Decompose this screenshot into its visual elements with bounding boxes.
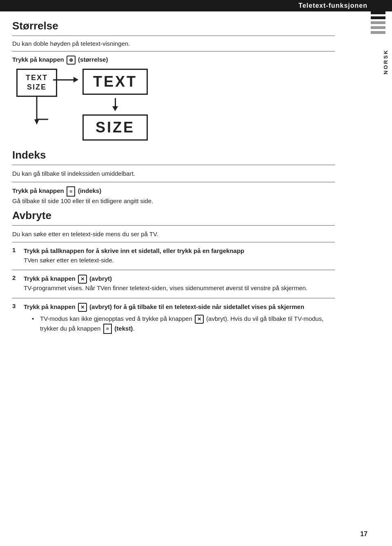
- divider-4: [12, 182, 335, 182]
- item-1-bold: Trykk på tallknappen for å skrive inn et…: [24, 247, 244, 254]
- main-content: Størrelse Du kan doble høyden på teletex…: [0, 11, 359, 355]
- indeks-instruction: Trykk på knappen ≡ (indeks) Gå tilbake t…: [12, 186, 335, 206]
- avbryte-item-3: 3 Trykk på knappen ✕ (avbryt) for å gå t…: [12, 302, 335, 334]
- size-button-icon: ⊕: [67, 56, 76, 65]
- nav-bars: [371, 11, 385, 34]
- storrelse-heading: Størrelse: [12, 20, 335, 32]
- side-label: NORSK: [383, 49, 389, 74]
- divider-7: [12, 270, 335, 270]
- small-box-size: SIZE: [23, 83, 50, 92]
- bullet-content: TV-modus kan ikke gjenopptas ved å trykk…: [40, 314, 335, 334]
- tekst-label: (tekst): [114, 324, 133, 331]
- bullet-item-1: • TV-modus kan ikke gjenopptas ved å try…: [32, 314, 335, 334]
- divider-1: [12, 36, 335, 36]
- item-2-num: 2: [12, 274, 20, 293]
- avbryte-intro: Du kan søke etter en teletext-side mens …: [12, 230, 335, 239]
- storrelse-subheading: Trykk på knappen ⊕ (størrelse): [12, 56, 335, 65]
- nav-bar-2: [371, 16, 385, 19]
- nav-bar-1: [371, 11, 385, 14]
- item-2-content: Trykk på knappen ✕ (avbryt) TV-programme…: [24, 274, 307, 293]
- avbryte-item-2: 2 Trykk på knappen ✕ (avbryt) TV-program…: [12, 274, 335, 293]
- tekst-icon-bullet: ≡: [103, 324, 112, 334]
- item-3-num: 3: [12, 302, 20, 334]
- avbryt-icon-3: ✕: [78, 303, 87, 312]
- indeks-section: Indeks Du kan gå tilbake til indekssiden…: [12, 149, 335, 206]
- small-box-text: TEXT: [23, 73, 50, 83]
- item-1-content: Trykk på tallknappen for å skrive inn et…: [24, 246, 244, 265]
- indeks-button-icon: ≡: [67, 186, 76, 197]
- large-text-label: TEXT: [91, 73, 139, 90]
- size-large-box: SIZE: [82, 114, 148, 141]
- nav-bar-5: [371, 31, 385, 34]
- divider-6: [12, 242, 335, 242]
- diagram-left-col: TEXT SIZE: [16, 69, 57, 130]
- avbryte-item-1: 1 Trykk på tallknappen for å skrive inn …: [12, 246, 335, 265]
- item-1-num: 1: [12, 246, 20, 265]
- bullet-dot: •: [32, 314, 37, 334]
- storrelse-intro: Du kan doble høyden på teletext-visninge…: [12, 40, 335, 47]
- item-1-detail: TVen søker etter en teletext-side.: [24, 257, 114, 264]
- indeks-intro: Du kan gå tilbake til indekssiden umidde…: [12, 169, 335, 179]
- avbryt-icon-2: ✕: [78, 275, 87, 284]
- svg-marker-2: [34, 119, 39, 125]
- avbryte-section: Avbryte Du kan søke etter en teletext-si…: [12, 209, 335, 334]
- text-size-diagram: TEXT SIZE TEXT: [16, 69, 335, 141]
- avbryte-heading: Avbryte: [12, 209, 335, 222]
- text-large-box: TEXT: [82, 69, 148, 95]
- diagram-right: TEXT SIZE: [82, 69, 148, 141]
- item-3-bold: Trykk på knappen ✕ (avbryt) for å gå til…: [24, 303, 304, 310]
- indeks-heading: Indeks: [12, 149, 335, 161]
- item-3-content: Trykk på knappen ✕ (avbryt) for å gå til…: [24, 302, 335, 334]
- divider-8: [12, 298, 335, 298]
- divider-3: [12, 165, 335, 165]
- header-title: Teletext-funksjonen: [298, 2, 368, 9]
- item-2-bold: Trykk på knappen ✕ (avbryt): [24, 275, 112, 282]
- divider-2: [12, 51, 335, 51]
- l-arrow-svg: [16, 97, 49, 130]
- nav-bar-3: [371, 21, 385, 24]
- divider-5: [12, 225, 335, 226]
- large-size-label: SIZE: [91, 119, 139, 136]
- arrow-down: [112, 98, 118, 111]
- nav-bar-4: [371, 26, 385, 29]
- arrow-right: [53, 77, 78, 83]
- header-bar: Teletext-funksjonen: [0, 0, 392, 11]
- text-size-small-box: TEXT SIZE: [16, 69, 57, 97]
- avbryt-icon-bullet: ✕: [195, 315, 204, 324]
- item-2-detail: TV-programmet vises. Når TVen finner tel…: [24, 284, 307, 291]
- page-number: 17: [360, 530, 368, 538]
- indeks-detail: Gå tilbake til side 100 eller til en tid…: [12, 197, 153, 204]
- indeks-bold: Trykk på knappen ≡ (indeks): [12, 187, 101, 194]
